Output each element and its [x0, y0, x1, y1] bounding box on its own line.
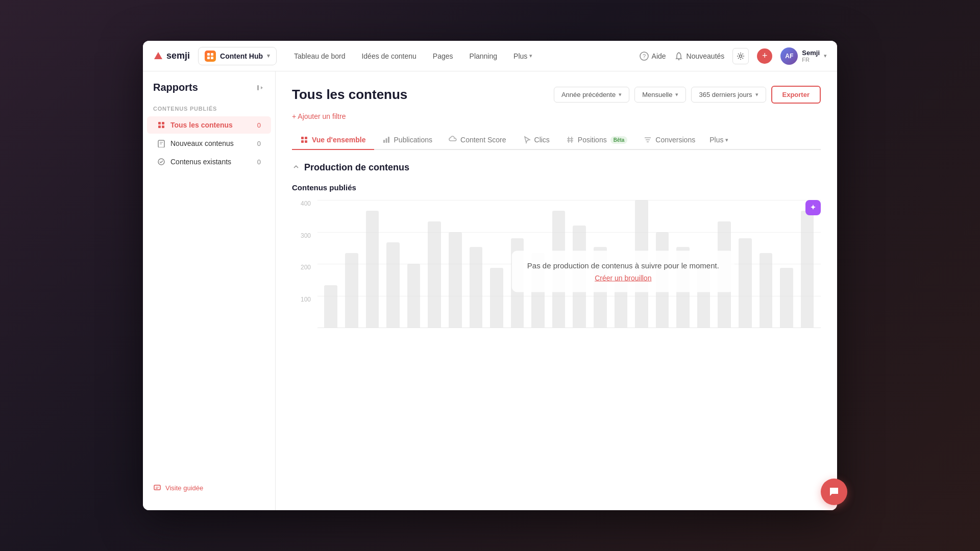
tab-more[interactable]: Plus ▾ [703, 131, 734, 149]
cursor-icon [523, 136, 531, 144]
nav-right: ? Aide Nouveautés + AF [640, 47, 827, 65]
content-hub-label: Content Hub [220, 52, 263, 60]
svg-rect-21 [383, 140, 385, 143]
bar [366, 211, 379, 328]
notifications-button[interactable]: Nouveautés [674, 52, 725, 61]
nav-item-dashboard[interactable]: Tableau de bord [287, 48, 352, 64]
header-controls: Année précédente ▾ Mensuelle ▾ 365 derni… [554, 86, 821, 104]
bar [801, 211, 814, 328]
add-button[interactable]: + [757, 48, 772, 64]
user-profile[interactable]: AF Semji FR ▾ [780, 47, 827, 65]
svg-rect-20 [305, 140, 307, 143]
ai-sparkle-icon [809, 204, 817, 212]
sidebar-header: Rapports [143, 82, 275, 102]
period-filter-button[interactable]: Mensuelle ▾ [634, 87, 686, 103]
semji-logo-icon [153, 51, 163, 61]
nav-item-pages[interactable]: Pages [426, 48, 460, 64]
existing-contents-icon [157, 158, 165, 166]
tabs-bar: Vue d'ensemble Publications Content Scor… [292, 131, 821, 150]
svg-rect-17 [301, 137, 304, 139]
svg-rect-12 [158, 126, 161, 128]
chart-overlay: Pas de production de contenus à suivre p… [512, 251, 734, 292]
chart-overlay-text: Pas de production de contenus à suivre p… [527, 261, 719, 270]
svg-rect-23 [388, 137, 389, 143]
positions-badge: Bêta [610, 136, 628, 144]
grid-line-bottom [317, 328, 821, 328]
sidebar-item-existing-contents[interactable]: Contenus existants 0 [147, 153, 271, 170]
chart-title: Contenus publiés [292, 183, 821, 192]
settings-button[interactable] [732, 48, 749, 64]
logo-text: semji [166, 51, 190, 61]
filter-icon [644, 136, 652, 144]
bar-group [322, 200, 340, 328]
existing-contents-count: 0 [257, 158, 261, 166]
guided-tour-icon [153, 484, 161, 492]
tab-publications[interactable]: Publications [374, 131, 441, 150]
svg-rect-11 [162, 122, 164, 124]
bar-group [446, 200, 464, 328]
bar-group [342, 200, 361, 328]
page-header: Tous les contenus Année précédente ▾ Men… [292, 86, 821, 104]
bar-group [425, 200, 444, 328]
sidebar-item-all-contents[interactable]: Tous les contenus 0 [147, 116, 271, 134]
svg-rect-10 [158, 122, 161, 124]
bell-icon [674, 52, 683, 61]
y-label-400: 400 [292, 200, 315, 207]
svg-rect-1 [207, 53, 210, 56]
chart-overlay-link[interactable]: Créer un brouillon [527, 274, 719, 282]
cloud-icon [449, 136, 457, 144]
svg-rect-13 [162, 126, 164, 128]
chart-container: Contenus publiés 400 300 200 100 [292, 183, 821, 343]
bar-group [736, 200, 755, 328]
bar [345, 253, 358, 328]
sidebar-collapse-button[interactable] [256, 83, 265, 92]
svg-rect-19 [301, 140, 304, 143]
bar [490, 268, 503, 328]
svg-rect-2 [211, 53, 213, 56]
section-header: Production de contenus [292, 162, 821, 173]
tab-conversions[interactable]: Conversions [635, 131, 703, 150]
svg-text:?: ? [643, 53, 646, 59]
year-filter-button[interactable]: Année précédente ▾ [554, 87, 629, 103]
range-filter-button[interactable]: 365 derniers jours ▾ [691, 87, 766, 103]
add-filter-link[interactable]: + Ajouter un filtre [292, 112, 346, 120]
nav-item-planning[interactable]: Planning [462, 48, 505, 64]
tab-content-score[interactable]: Content Score [440, 131, 514, 150]
nav-item-ideas[interactable]: Idées de contenu [354, 48, 423, 64]
content-hub-button[interactable]: Content Hub ▾ [198, 47, 277, 65]
bar [760, 253, 773, 328]
export-button[interactable]: Exporter [771, 86, 821, 104]
sidebar: Rapports CONTENUS PUBLIÉS [143, 71, 276, 510]
top-navigation: semji Content Hub ▾ Tableau de bord Idée… [143, 41, 837, 71]
help-button[interactable]: ? Aide [640, 52, 666, 61]
bar [407, 264, 421, 328]
svg-marker-0 [154, 52, 162, 59]
bar-group [384, 200, 403, 328]
semji-logo[interactable]: semji [153, 51, 190, 61]
grid-icon [300, 136, 308, 144]
logo-area: semji [153, 51, 190, 61]
new-contents-icon [157, 139, 165, 147]
bar [739, 238, 752, 328]
page-title: Tous les contenus [292, 87, 407, 103]
svg-rect-9 [257, 85, 259, 90]
bar-group [798, 200, 817, 328]
settings-icon [737, 52, 745, 60]
tab-positions[interactable]: Positions Bêta [558, 131, 636, 150]
bar [386, 242, 400, 328]
chat-icon [828, 486, 840, 498]
tab-clics[interactable]: Clics [514, 131, 558, 150]
user-info: Semji FR [802, 49, 820, 63]
guided-tour-button[interactable]: Visite guidée [153, 484, 265, 492]
nav-item-more[interactable]: Plus ▾ [506, 48, 540, 64]
hash-icon [566, 136, 574, 144]
sidebar-item-new-contents[interactable]: Nouveaux contenus 0 [147, 135, 271, 152]
content-hub-icon [205, 51, 216, 62]
chat-bubble[interactable] [821, 479, 847, 505]
svg-rect-22 [385, 138, 387, 143]
tab-overview[interactable]: Vue d'ensemble [292, 131, 374, 150]
section-toggle-button[interactable] [292, 163, 300, 172]
bar [780, 268, 793, 328]
chart-ai-icon[interactable] [805, 200, 821, 215]
svg-point-8 [740, 55, 742, 57]
